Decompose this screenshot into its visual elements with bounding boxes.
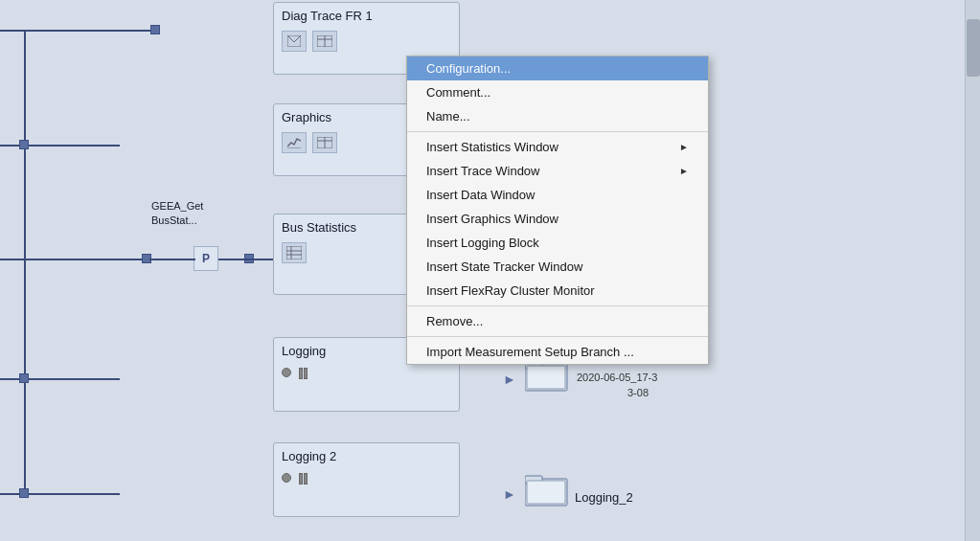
- svg-rect-14: [527, 366, 565, 389]
- geea-label: GEEA_GetBusStat...: [151, 199, 203, 229]
- arrow-connector2: ►: [503, 486, 516, 502]
- context-menu: Configuration... Comment... Name... Inse…: [406, 56, 709, 365]
- separator-1: [407, 131, 708, 132]
- log-dot: [282, 368, 291, 377]
- logging-controls: [274, 362, 459, 383]
- menu-item-name-label: Name...: [426, 109, 470, 124]
- wire-v1: [24, 30, 26, 493]
- menu-item-import-branch[interactable]: Import Measurement Setup Branch ...: [407, 340, 708, 364]
- canvas: P GEEA_GetBusStat... Diag Trace FR 1 Gra…: [0, 0, 980, 541]
- wire-branch1: [24, 145, 120, 147]
- menu-item-comment[interactable]: Comment...: [407, 80, 708, 104]
- svg-rect-17: [527, 481, 565, 504]
- menu-item-insert-flexray[interactable]: Insert FlexRay Cluster Monitor: [407, 279, 708, 303]
- icon-table1: [312, 31, 337, 52]
- separator-3: [407, 336, 708, 337]
- folder-logging2: [525, 471, 571, 510]
- menu-item-insert-logging-label: Insert Logging Block: [426, 236, 539, 250]
- menu-item-insert-data[interactable]: Insert Data Window: [407, 183, 708, 207]
- icon-envelope: [282, 31, 307, 52]
- menu-item-comment-label: Comment...: [426, 85, 490, 100]
- submenu-arrow-trace: ►: [679, 166, 689, 176]
- wire-branch3: [24, 493, 120, 495]
- p-badge-label: P: [202, 252, 210, 265]
- p-badge: P: [194, 246, 218, 271]
- menu-item-insert-graphics-label: Insert Graphics Window: [426, 212, 558, 226]
- submenu-arrow-stats: ►: [679, 142, 689, 152]
- icon-graph: [282, 132, 307, 153]
- scrollbar-right[interactable]: [965, 0, 980, 541]
- menu-item-remove[interactable]: Remove...: [407, 309, 708, 333]
- logging2-controls: [274, 467, 459, 488]
- block-logging2[interactable]: Logging 2: [273, 442, 460, 517]
- icon-stats-table: [282, 242, 307, 263]
- menu-item-insert-flexray-label: Insert FlexRay Cluster Monitor: [426, 283, 595, 298]
- svg-rect-8: [286, 246, 302, 259]
- log2-pause-icon: [297, 471, 309, 485]
- menu-item-insert-state-label: Insert State Tracker Window: [426, 259, 582, 274]
- menu-item-import-branch-label: Import Measurement Setup Branch ...: [426, 345, 634, 359]
- menu-item-insert-trace[interactable]: Insert Trace Window ►: [407, 159, 708, 183]
- menu-item-insert-stats-label: Insert Statistics Window: [426, 140, 558, 154]
- wire-branch2: [24, 378, 120, 380]
- date-label2: 3-08: [627, 387, 649, 398]
- log-pause-icon: [297, 366, 309, 379]
- menu-item-insert-stats[interactable]: Insert Statistics Window ►: [407, 135, 708, 159]
- wire-from-p: [218, 259, 274, 260]
- menu-item-insert-trace-label: Insert Trace Window: [426, 164, 540, 178]
- menu-item-name[interactable]: Name...: [407, 104, 708, 128]
- block-diag-trace-title: Diag Trace FR 1: [274, 3, 459, 27]
- scrollbar-thumb[interactable]: [967, 19, 980, 77]
- menu-item-insert-graphics[interactable]: Insert Graphics Window: [407, 207, 708, 231]
- menu-item-configuration-label: Configuration...: [426, 61, 511, 76]
- menu-item-remove-label: Remove...: [426, 314, 483, 328]
- log2-dot: [282, 473, 291, 483]
- wire-h3: [0, 259, 149, 260]
- menu-item-insert-data-label: Insert Data Window: [426, 188, 535, 202]
- icon-table2: [312, 132, 337, 153]
- block-diag-trace-icons: [274, 27, 459, 56]
- menu-item-insert-state[interactable]: Insert State Tracker Window: [407, 255, 708, 279]
- menu-item-configuration[interactable]: Configuration...: [407, 56, 708, 80]
- separator-2: [407, 305, 708, 306]
- connector-5: [19, 373, 29, 383]
- date-label: 2020-06-05_17-3: [577, 372, 657, 383]
- arrow-connector1: ►: [503, 372, 516, 387]
- logging2-label: Logging_2: [575, 490, 633, 505]
- connector-2: [19, 140, 29, 149]
- block-logging2-title: Logging 2: [274, 443, 459, 467]
- wire-to-p: [149, 259, 195, 260]
- connector-6: [19, 488, 29, 498]
- menu-item-insert-logging[interactable]: Insert Logging Block: [407, 231, 708, 255]
- connector-1: [150, 25, 160, 34]
